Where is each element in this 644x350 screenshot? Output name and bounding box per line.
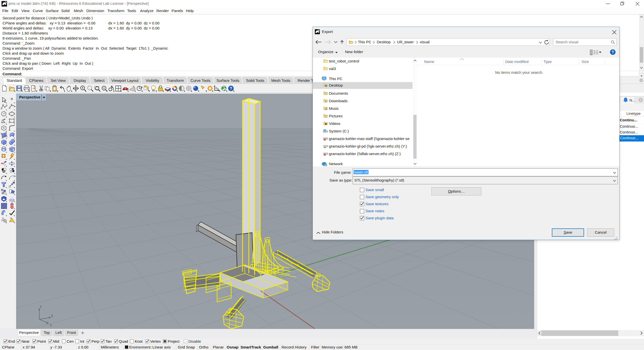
svg-text:6: 6 bbox=[5, 1, 7, 4]
svg-text:?: ? bbox=[230, 86, 232, 91]
svg-text:?: ? bbox=[612, 50, 614, 54]
svg-text:x: x bbox=[50, 323, 52, 327]
svg-text:6: 6 bbox=[318, 29, 319, 31]
svg-text:z: z bbox=[40, 304, 42, 308]
svg-text:y: y bbox=[51, 313, 53, 318]
